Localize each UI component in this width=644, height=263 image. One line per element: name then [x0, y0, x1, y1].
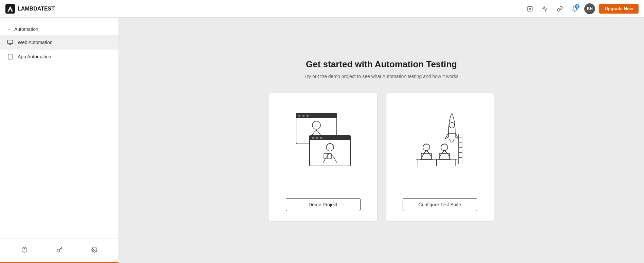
svg-rect-6	[8, 54, 12, 59]
lambdatest-logo-icon	[5, 4, 15, 14]
logo-text: LAMBDATEST	[18, 6, 55, 12]
sidebar-item-web-automation-label: Web Automation	[18, 40, 52, 45]
demo-project-illustration	[286, 103, 361, 178]
svg-point-13	[298, 115, 300, 117]
demo-project-button[interactable]: Demo Project	[286, 198, 361, 211]
analytics-icon-btn[interactable]	[539, 3, 550, 14]
header: LAMBDATEST 5 BH Upgrade Now	[0, 0, 644, 18]
svg-rect-18	[310, 135, 350, 140]
upgrade-button[interactable]: Upgrade Now	[599, 4, 639, 14]
svg-point-15	[307, 115, 309, 117]
automation-icon-btn[interactable]	[525, 3, 535, 14]
header-actions: 5 BH Upgrade Now	[525, 3, 639, 14]
page-title: Get started with Automation Testing	[306, 59, 457, 70]
svg-point-14	[302, 115, 305, 117]
sidebar-bottom	[0, 239, 118, 261]
help-icon-btn[interactable]	[19, 244, 30, 255]
demo-project-card: Demo Project	[269, 93, 378, 222]
svg-point-20	[316, 137, 318, 139]
svg-rect-3	[8, 40, 13, 44]
configure-test-suite-illustration	[403, 103, 477, 178]
svg-point-38	[423, 144, 430, 151]
svg-point-21	[320, 137, 322, 139]
avatar-initials: BH	[587, 6, 593, 11]
automation-icon	[527, 6, 533, 12]
notification-badge: 5	[575, 4, 579, 9]
avatar-btn[interactable]: BH	[584, 3, 595, 14]
sidebar-item-app-automation[interactable]: App Automation	[0, 50, 118, 64]
tablet-icon	[7, 54, 14, 60]
sidebar: ← Automation Web Automation App Automati…	[0, 18, 119, 263]
analytics-icon	[542, 6, 548, 12]
sidebar-item-app-automation-label: App Automation	[18, 54, 51, 59]
monitor-icon	[7, 39, 14, 45]
main-content: Get started with Automation Testing Try …	[119, 18, 644, 263]
sidebar-back[interactable]: ← Automation	[0, 23, 118, 35]
svg-rect-12	[296, 113, 337, 118]
svg-point-10	[93, 249, 95, 251]
back-arrow-icon: ←	[7, 26, 12, 32]
sidebar-item-web-automation[interactable]: Web Automation	[0, 35, 118, 50]
key-icon-btn[interactable]	[54, 244, 65, 255]
configure-test-suite-card: Configure Test Suite	[386, 93, 494, 222]
logo: LAMBDATEST	[5, 4, 55, 14]
sidebar-back-label: Automation	[14, 26, 38, 32]
cards-row: Demo Project	[269, 93, 494, 222]
layout: ← Automation Web Automation App Automati…	[0, 18, 644, 263]
svg-point-19	[312, 137, 314, 139]
notification-icon-btn[interactable]: 5	[569, 3, 580, 14]
configure-test-suite-button[interactable]: Configure Test Suite	[403, 198, 477, 211]
link-icon-btn[interactable]	[554, 3, 565, 14]
gear-icon-btn[interactable]	[89, 244, 100, 255]
link-icon	[557, 6, 563, 12]
sidebar-nav: ← Automation Web Automation App Automati…	[0, 18, 118, 239]
page-subtitle: Try out the demo project to see what Aut…	[305, 74, 459, 79]
